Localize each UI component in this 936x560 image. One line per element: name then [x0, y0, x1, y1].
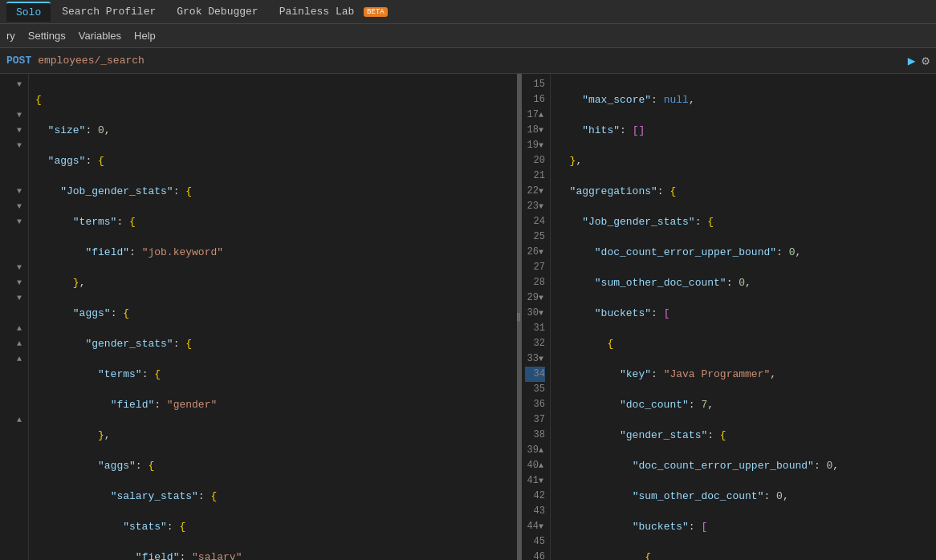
ln-left-7 [3, 168, 23, 184]
fold-3[interactable]: ▼ [17, 108, 22, 123]
rfold-29[interactable]: ▼ [539, 290, 543, 306]
rln-19: 19▼ [525, 138, 545, 153]
left-code-content[interactable]: { "size": 0, "aggs": { "Job_gender_stats… [29, 74, 520, 560]
r-code-19: "Job_gender_stats": { [557, 214, 930, 229]
fold-13[interactable]: ▼ [17, 260, 22, 275]
panel-divider[interactable]: ‖ [517, 74, 520, 560]
ln-left-2 [3, 92, 23, 108]
fold-19[interactable]: ▲ [17, 351, 22, 367]
rfold-19[interactable]: ▼ [539, 138, 543, 153]
tab-grok-debugger[interactable]: Grok Debugger [167, 2, 267, 21]
tab-painless-lab[interactable]: Painless Lab BETA [270, 2, 397, 21]
code-line-10: "terms": { [35, 367, 514, 382]
ln-left-12 [3, 245, 23, 260]
r-code-22: "buckets": [ [557, 306, 930, 321]
code-line-11: "field": "gender" [35, 397, 514, 412]
right-panel: 15 16 17▲ 18▼ 19▼ 20 21 22▼ 23▼ 24 25 26… [522, 74, 936, 560]
ln-left-17: ▲ [3, 321, 23, 336]
fold-10[interactable]: ▼ [17, 214, 22, 229]
ln-left-21 [3, 382, 23, 397]
ln-left-24 [3, 428, 23, 443]
ln-left-16 [3, 306, 23, 321]
top-nav: Solo Search Profiler Grok Debugger Painl… [0, 0, 936, 24]
rln-33: 33▼ [525, 351, 545, 367]
r-code-16: "hits": [] [557, 123, 930, 138]
rln-21: 21 [525, 168, 545, 184]
fold-15[interactable]: ▼ [17, 290, 22, 306]
left-code-area[interactable]: ▼ ▼ ▼ ▼ ▼ ▼ ▼ ▼ ▼ ▼ ▲ ▲ ▲ [0, 74, 520, 560]
code-line-3: "aggs": { [35, 153, 514, 168]
code-line-9: "gender_stats": { [35, 336, 514, 351]
nav-settings[interactable]: Settings [28, 30, 66, 42]
rln-31: 31 [525, 321, 545, 336]
fold-5[interactable]: ▼ [17, 138, 22, 153]
rfold-23[interactable]: ▼ [539, 199, 543, 214]
nav-ry[interactable]: ry [6, 30, 15, 42]
run-button[interactable]: ▶ [908, 53, 916, 69]
rln-46: 46 [525, 550, 545, 560]
nav-help[interactable]: Help [134, 30, 156, 42]
right-line-numbers: 15 16 17▲ 18▼ 19▼ 20 21 22▼ 23▼ 24 25 26… [522, 74, 551, 560]
code-line-8: "aggs": { [35, 306, 514, 321]
r-code-30: { [557, 550, 930, 560]
fold-18[interactable]: ▲ [17, 336, 22, 351]
code-line-6: "field": "job.keyword" [35, 245, 514, 260]
rfold-17[interactable]: ▲ [539, 108, 543, 123]
rfold-30[interactable]: ▼ [539, 306, 543, 321]
main-content: ▼ ▼ ▼ ▼ ▼ ▼ ▼ ▼ ▼ ▼ ▲ ▲ ▲ [0, 74, 936, 560]
r-code-17: }, [557, 153, 930, 168]
ln-left-19: ▲ [3, 351, 23, 367]
rln-20: 20 [525, 153, 545, 168]
request-bar: POST employees/_search ▶ ⚙ [0, 48, 936, 74]
ln-left-14: ▼ [3, 275, 23, 290]
settings-icon[interactable]: ⚙ [922, 53, 930, 69]
nav-variables[interactable]: Variables [79, 30, 121, 42]
tab-search-profiler[interactable]: Search Profiler [52, 2, 165, 21]
rln-22: 22▼ [525, 184, 545, 199]
rfold-18[interactable]: ▼ [539, 123, 543, 138]
rln-32: 32 [525, 336, 545, 351]
ln-left-23: ▲ [3, 412, 23, 428]
rfold-39[interactable]: ▲ [539, 443, 543, 458]
left-line-numbers: ▼ ▼ ▼ ▼ ▼ ▼ ▼ ▼ ▼ ▼ ▲ ▲ ▲ [0, 74, 29, 560]
code-line-4: "Job_gender_stats": { [35, 184, 514, 199]
right-code-content[interactable]: "max_score": null, "hits": [] }, "aggreg… [551, 74, 936, 560]
rfold-40[interactable]: ▲ [539, 458, 543, 473]
rln-35: 35 [525, 382, 545, 397]
fold-8[interactable]: ▼ [17, 184, 22, 199]
rln-44: 44▼ [525, 519, 545, 534]
rln-26: 26▼ [525, 245, 545, 260]
rfold-26[interactable]: ▼ [539, 245, 543, 260]
ln-left-9: ▼ [3, 199, 23, 214]
second-nav: ry Settings Variables Help [0, 24, 936, 48]
fold-14[interactable]: ▼ [17, 275, 22, 290]
rln-36: 36 [525, 397, 545, 412]
ln-left-10: ▼ [3, 214, 23, 229]
fold-9[interactable]: ▼ [17, 199, 22, 214]
left-panel: ▼ ▼ ▼ ▼ ▼ ▼ ▼ ▼ ▼ ▼ ▲ ▲ ▲ [0, 74, 522, 560]
beta-badge: BETA [364, 7, 388, 17]
rln-40: 40▲ [525, 458, 545, 473]
rln-41: 41▼ [525, 473, 545, 489]
code-line-15: "stats": { [35, 519, 514, 534]
r-code-23: { [557, 336, 930, 351]
ln-left-13: ▼ [3, 260, 23, 275]
right-code-area[interactable]: 15 16 17▲ 18▼ 19▼ 20 21 22▼ 23▼ 24 25 26… [522, 74, 936, 560]
code-line-2: "size": 0, [35, 123, 514, 138]
fold-1[interactable]: ▼ [17, 77, 22, 92]
fold-4[interactable]: ▼ [17, 123, 22, 138]
rln-16: 16 [525, 92, 545, 108]
ln-left-8: ▼ [3, 184, 23, 199]
ln-left-3: ▼ [3, 108, 23, 123]
rfold-22[interactable]: ▼ [539, 184, 543, 199]
rln-15: 15 [525, 77, 545, 92]
fold-17[interactable]: ▲ [17, 321, 22, 336]
rfold-33[interactable]: ▼ [539, 351, 543, 367]
tab-solo[interactable]: Solo [6, 2, 51, 22]
r-code-24: "key": "Java Programmer", [557, 367, 930, 382]
rfold-41[interactable]: ▼ [539, 473, 543, 489]
code-line-16: "field": "salary" [35, 550, 514, 560]
code-line-12: }, [35, 428, 514, 443]
rfold-44[interactable]: ▼ [539, 519, 543, 534]
fold-23[interactable]: ▲ [17, 412, 22, 428]
